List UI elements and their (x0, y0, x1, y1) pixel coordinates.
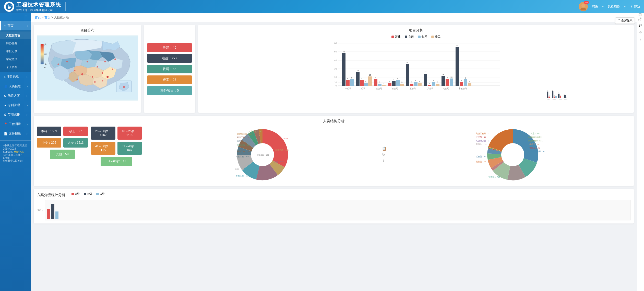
sidebar-item-home[interactable]: ⌂ 首页 ‹ (0, 21, 31, 30)
footer-years: 2014~2018 (3, 147, 28, 150)
analysis-title: 项目分析 (201, 28, 631, 33)
personnel-label: 人员信息 (9, 84, 21, 88)
svg-text:10: 10 (334, 81, 337, 84)
user-name-btn[interactable]: 郭乐 (592, 5, 598, 9)
svg-text:40: 40 (334, 59, 337, 62)
top-charts-row: 项目分布 (34, 25, 634, 113)
main-layout: ☰ ⌂ 首页 ‹ 大数据分析 待办任务 审批记录 帮定微信 个人资料 ○ 项目信… (0, 13, 644, 291)
role-pie-section: 其它：110 测量班组长统计：11 试验班组长：11 初级工：0 初级工：41 … (389, 127, 631, 183)
sidebar-item-patent[interactable]: ★ 专利管理 › (0, 100, 31, 110)
pie1-download-icon[interactable]: ⤓ (382, 159, 386, 163)
footer-email: Email: xfxs8804163.com (3, 156, 28, 162)
app-title: 工程技术管理系统 (16, 1, 61, 8)
china-map-svg: 高 60 低 0 (37, 35, 138, 101)
svg-rect-87 (428, 85, 431, 86)
legend-b: B级 (84, 192, 92, 196)
right-tools-panel: ≡ ✉ ⚙ ↑ (637, 13, 644, 291)
breadcrumb-current: 大数据分析 (54, 16, 69, 19)
sidebar-item-profile[interactable]: 个人资料 (0, 63, 31, 71)
svg-text:其它专业：13: 其它专业：13 (248, 130, 261, 133)
sidebar-toggle[interactable]: ☰ (0, 13, 31, 21)
svg-text:初级工：0: 初级工：0 (529, 143, 539, 146)
svg-rect-64 (382, 85, 386, 86)
svg-text:16: 16 (558, 93, 559, 94)
svg-text:高级经济员：0: 高级经济员：0 (476, 140, 489, 142)
breadcrumb-page[interactable]: 首页 (44, 16, 51, 19)
svg-rect-103 (460, 82, 463, 86)
svg-text:50: 50 (334, 50, 337, 53)
main-content: 首页 > 首页 > 大数据分析 ⛶ 全屏显示 项目分布 (31, 13, 637, 291)
footer-company: c中铁上海工程局集团 (3, 144, 28, 147)
sidebar-item-file[interactable]: 📄 文件报送 › (0, 129, 31, 138)
legend-choujian: 筹建 (391, 35, 401, 39)
svg-text:25: 25 (552, 90, 553, 91)
legend-dot-choujian (391, 36, 394, 38)
sidebar-item-survey[interactable]: 📍 工程测量 › (0, 119, 31, 129)
sidebar-item-tasks[interactable]: 待办任务 (0, 39, 31, 47)
svg-rect-113 (548, 97, 550, 98)
sidebar-home-label: 首页 (7, 24, 14, 28)
edu-grid: 本科：1589 硕士：27 中专：205 大专：1513 (37, 127, 88, 148)
age-31-40: 31～40岁：692 (117, 142, 142, 155)
svg-text:路基工程：174: 路基工程：174 (236, 155, 249, 158)
file-label: 文件报送 (9, 131, 21, 136)
svg-rect-53 (360, 80, 364, 86)
sidebar-item-personnel[interactable]: 👤 人员信息 › (0, 82, 31, 91)
svg-rect-85 (424, 74, 427, 86)
svg-text:60: 60 (334, 42, 337, 44)
legend-jungong: 竣工 (431, 35, 440, 39)
avatar[interactable]: 129 (579, 2, 588, 11)
age-stats: 26～30岁：1367 18～25岁：1185 41～50岁：115 31～40… (91, 127, 142, 183)
notification-badge: 129 (584, 1, 589, 4)
svg-text:17: 17 (424, 71, 426, 73)
sidebar-item-scheme[interactable]: ⚙ 施组方案 › (0, 91, 31, 100)
right-tool-4[interactable]: ↑ (638, 37, 643, 42)
sidebar-item-wechat[interactable]: 帮定微信 (0, 55, 31, 63)
legend-dot-a (71, 193, 74, 195)
svg-rect-101 (456, 47, 459, 86)
svg-rect-73 (400, 84, 404, 86)
pie1-refresh-icon[interactable]: ↻ (382, 153, 386, 157)
header-right: 129 郭乐 ▾ 风格切换 ▾ ？ 帮助 (579, 2, 640, 11)
svg-rect-46 (346, 80, 350, 86)
svg-text:3: 3 (411, 81, 412, 83)
breadcrumb-home[interactable]: 首页 (35, 16, 41, 19)
legend-shouwei: 收尾 (418, 35, 427, 39)
svg-text:8: 8 (347, 77, 348, 79)
user-avatar-wrapper[interactable]: 129 (579, 2, 588, 11)
sidebar-item-approvals[interactable]: 审批记录 (0, 47, 31, 55)
style-switch-btn[interactable]: 风格切换 (608, 5, 620, 9)
svg-text:华海公司: 华海公司 (547, 99, 550, 100)
edu-master: 硕士：27 (63, 127, 88, 136)
pie1-export-icon[interactable]: 📋 (382, 147, 386, 151)
personnel-charts-row: 本科：1589 硕士：27 中专：205 大专：1513 其他：59 26～30… (37, 127, 631, 183)
sidebar-item-energy[interactable]: ♻ 节能减排 › (0, 110, 31, 119)
fullscreen-button[interactable]: ⛶ 全屏显示 (615, 17, 635, 24)
scheme-bar-a (47, 209, 50, 219)
edu-bachelor: 本科：1589 (37, 127, 61, 136)
right-tool-3[interactable]: ⚙ (638, 30, 643, 35)
svg-point-16 (76, 79, 78, 80)
sidebar-item-bigdata[interactable]: 大数据分析 (0, 31, 31, 39)
svg-text:隧道工程：168: 隧道工程：168 (237, 150, 251, 153)
age-18-25: 18～25岁：1185 (117, 127, 142, 140)
svg-rect-91 (436, 84, 439, 86)
file-icon: 📄 (4, 132, 8, 136)
legend-c: C级 (96, 192, 105, 196)
bar-chart-svg2: 23 4 华海公司 25 4 5 建筑公司 (437, 88, 631, 109)
svg-text:14: 14 (442, 73, 444, 75)
footer-support-link[interactable]: 反馈信息 (14, 150, 24, 153)
chevron-right-icon7: › (27, 132, 28, 136)
svg-rect-105 (464, 79, 467, 86)
svg-point-22 (106, 76, 109, 78)
logo-area: 中国中铁 工程技术管理系统 中铁上海工程局集团有限公司 (4, 1, 61, 12)
patent-icon: ★ (4, 104, 7, 107)
svg-text:3: 3 (379, 81, 380, 83)
svg-point-9 (92, 76, 93, 78)
sidebar-item-project-info[interactable]: ○ 项目信息 › (0, 72, 31, 82)
svg-rect-48 (350, 79, 354, 86)
sidebar: ☰ ⌂ 首页 ‹ 大数据分析 待办任务 审批记录 帮定微信 个人资料 ○ 项目信… (0, 13, 31, 291)
help-btn[interactable]: ？ 帮助 (630, 5, 640, 9)
scheme-legend: A级 B级 C级 (71, 192, 105, 196)
svg-rect-23 (41, 44, 44, 64)
